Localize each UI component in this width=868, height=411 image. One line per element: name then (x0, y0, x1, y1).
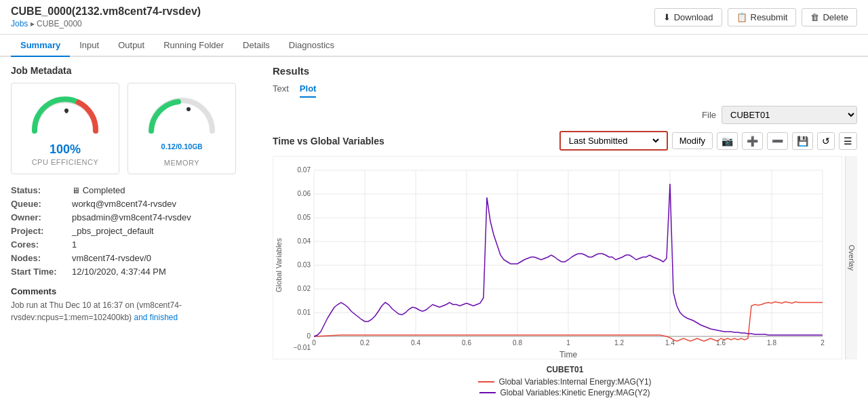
zoom-in-icon-btn[interactable]: ➕ (742, 132, 763, 150)
start-time-value: 12/10/2020, 4:37:44 PM (72, 267, 166, 277)
start-time-label: Start Time: (11, 267, 72, 277)
owner-label: Owner: (11, 212, 72, 222)
svg-text:1.2: 1.2 (614, 339, 624, 347)
legend-item-internal: Global Variables:Internal Energy:MAG(Y1) (273, 377, 857, 387)
delete-button[interactable]: 🗑 Delete (802, 8, 857, 26)
tab-input[interactable]: Input (70, 35, 108, 57)
delete-icon: 🗑 (810, 12, 819, 22)
last-submitted-dropdown[interactable]: Last Submitted (559, 131, 668, 151)
breadcrumb-jobs[interactable]: Jobs (11, 19, 28, 28)
file-label: File (702, 110, 716, 120)
job-metadata: Status: 🖥 Completed Queue: workq@vm8cent… (11, 185, 262, 277)
svg-text:0.06: 0.06 (298, 190, 311, 197)
comments-text: Job run at Thu Dec 10 at 16:37 on (vm8ce… (11, 299, 262, 324)
svg-text:0.01: 0.01 (298, 309, 311, 316)
chart-title: Time vs Global Variables (273, 136, 384, 146)
svg-text:0: 0 (312, 339, 316, 347)
memory-gauge-svg (141, 90, 222, 138)
tab-running-folder[interactable]: Running Folder (154, 35, 233, 57)
svg-text:0.03: 0.03 (298, 261, 311, 269)
submitted-select[interactable]: Last Submitted (566, 135, 661, 146)
svg-point-2 (186, 107, 191, 111)
tab-summary[interactable]: Summary (11, 35, 70, 57)
nodes-label: Nodes: (11, 253, 72, 263)
zoom-out-icon-btn[interactable]: ➖ (767, 132, 788, 150)
svg-text:1: 1 (566, 339, 570, 347)
breadcrumb-cube: CUBE_0000 (37, 19, 82, 28)
legend-line-kinetic (479, 392, 496, 393)
queue-value: workq@vm8cent74-rvsdev (72, 199, 176, 209)
status-value: 🖥 Completed (72, 185, 125, 195)
list-icon-btn[interactable]: ☰ (839, 132, 857, 150)
reset-icon-btn[interactable]: ↺ (817, 132, 835, 150)
cores-label: Cores: (11, 239, 72, 250)
memory-value: 0.12/0.10GB (135, 142, 229, 157)
svg-text:−0.01: −0.01 (294, 344, 311, 351)
tab-diagnostics[interactable]: Diagnostics (279, 35, 344, 57)
chart-legend: CUBET01 Global Variables:Internal Energy… (273, 365, 857, 397)
memory-gauge-card: 0.12/0.10GB MEMORY (127, 83, 236, 174)
result-tabs: Text Plot (273, 83, 857, 98)
svg-text:1.8: 1.8 (767, 339, 776, 347)
resubmit-button[interactable]: 📋 Resubmit (728, 8, 797, 26)
svg-text:Global Variables: Global Variables (275, 238, 283, 292)
status-label: Status: (11, 185, 72, 195)
svg-text:Time: Time (559, 350, 578, 359)
tab-details[interactable]: Details (233, 35, 279, 57)
svg-text:0: 0 (307, 332, 311, 340)
overlay-label: Overlay (848, 245, 856, 271)
chart-svg: Global Variables (273, 156, 842, 359)
cores-value: 1 (72, 239, 77, 250)
overlay-bar[interactable]: Overlay (845, 156, 857, 359)
svg-text:0.2: 0.2 (360, 339, 370, 347)
owner-value: pbsadmin@vm8cent74-rvsdev (72, 212, 191, 222)
legend-title: CUBET01 (273, 365, 857, 374)
nodes-value: vm8cent74-rvsdev/0 (72, 253, 151, 263)
svg-text:2: 2 (821, 339, 825, 347)
breadcrumb: Jobs ▸ CUBE_0000 (11, 19, 201, 28)
legend-label-kinetic: Global Variables:Kinetic Energy:MAG(Y2) (500, 388, 650, 397)
file-row: File CUBET01 (273, 106, 857, 124)
download-icon: ⬇ (663, 12, 671, 22)
comments-section: Comments Job run at Thu Dec 10 at 16:37 … (11, 286, 262, 324)
svg-text:0.02: 0.02 (298, 285, 311, 292)
results-title: Results (273, 65, 857, 77)
cpu-gauge-svg (24, 90, 106, 138)
svg-text:0.05: 0.05 (298, 214, 311, 221)
tab-plot[interactable]: Plot (300, 83, 317, 98)
svg-text:0.6: 0.6 (462, 339, 471, 347)
svg-text:0.8: 0.8 (513, 339, 522, 347)
cpu-efficiency-value: 100% (18, 142, 112, 157)
svg-text:0.07: 0.07 (298, 166, 311, 174)
memory-label: MEMORY (135, 159, 229, 167)
tab-text[interactable]: Text (273, 83, 289, 98)
svg-text:0.4: 0.4 (411, 339, 420, 347)
chart-controls: Time vs Global Variables Last Submitted … (273, 131, 857, 151)
svg-text:0.04: 0.04 (298, 237, 311, 245)
comments-title: Comments (11, 286, 262, 296)
legend-label-internal: Global Variables:Internal Energy:MAG(Y1) (498, 377, 651, 387)
tab-output[interactable]: Output (108, 35, 154, 57)
cpu-efficiency-label: CPU EFFICIENCY (18, 158, 112, 166)
job-metadata-title: Job Metadata (11, 65, 262, 76)
queue-label: Queue: (11, 199, 72, 209)
modify-button[interactable]: Modify (672, 132, 713, 149)
resubmit-icon: 📋 (736, 12, 747, 22)
legend-item-kinetic: Global Variables:Kinetic Energy:MAG(Y2) (273, 388, 857, 397)
file-select[interactable]: CUBET01 (722, 106, 857, 124)
comments-link[interactable]: and finished (134, 313, 178, 322)
page-title: CUBE_0000(2132.vm8cent74-rvsdev) (11, 5, 201, 18)
project-value: _pbs_project_default (72, 226, 154, 236)
svg-point-1 (65, 111, 68, 113)
cpu-gauge-card: 100% CPU EFFICIENCY (11, 83, 119, 174)
legend-line-internal (478, 381, 494, 383)
save-icon-btn[interactable]: 💾 (792, 132, 813, 150)
download-button[interactable]: ⬇ Download (654, 8, 722, 26)
main-tabs: Summary Input Output Running Folder Deta… (0, 35, 868, 57)
project-label: Project: (11, 226, 72, 236)
camera-icon-btn[interactable]: 📷 (717, 132, 738, 150)
